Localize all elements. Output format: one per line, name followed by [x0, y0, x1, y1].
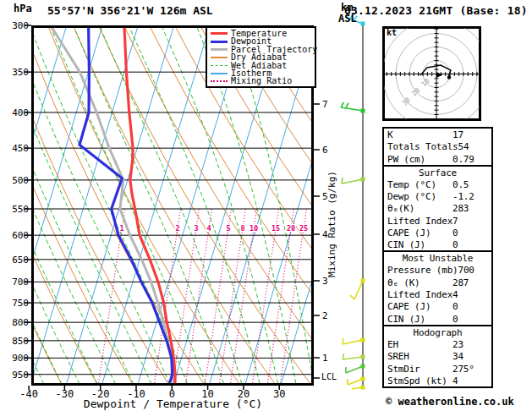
- stats-label: StmSpd (kt): [387, 375, 452, 387]
- legend-swatch-thick: [211, 32, 228, 35]
- wind-barb: [343, 353, 365, 359]
- pressure-tick-label: 950: [12, 370, 29, 381]
- stats-value: 34: [452, 351, 488, 363]
- wind-barb-shaft: [346, 366, 363, 373]
- pressure-tick-label: 750: [12, 298, 29, 309]
- stats-row: Temp (°C)0.5: [387, 179, 488, 191]
- legend-swatch-thick: [211, 41, 228, 43]
- pressure-tick-label: 550: [12, 204, 29, 215]
- km-tick-label: 1: [322, 353, 328, 364]
- wind-barb-feather: [350, 295, 354, 299]
- stats-value: 0: [452, 239, 488, 251]
- stats-label: Lifted Index: [387, 216, 452, 227]
- stats-row: EH23: [387, 339, 488, 351]
- mixing-ratio-line: [173, 208, 200, 386]
- stats-panel: K17Totals Totals54PW (cm)0.79SurfaceTemp…: [382, 129, 493, 388]
- stats-value: 275°: [452, 364, 488, 375]
- stats-value: 287: [452, 277, 488, 289]
- stats-label: PW (cm): [387, 154, 452, 166]
- stats-label: Dewp (°C): [387, 191, 452, 203]
- stats-row: θₑ (K)287: [387, 277, 488, 289]
- wind-barb: [342, 178, 365, 184]
- stats-row: StmSpd (kt)4: [387, 375, 488, 387]
- stats-row: Lifted Index7: [387, 216, 488, 227]
- stats-box-most-unstable: Most UnstablePressure (mb)700θₑ (K)287Li…: [382, 250, 493, 326]
- wind-barb: [352, 386, 365, 390]
- legend-swatch-dashed: [211, 65, 228, 66]
- mixing-ratio-label: 15: [271, 224, 280, 233]
- mixing-ratio-line: [252, 208, 279, 386]
- pressure-tick-label: 650: [12, 255, 29, 266]
- legend-swatch-dotted: [211, 80, 228, 82]
- station-title: 55°57'N 356°21'W 126m ASL: [47, 4, 213, 17]
- pressure-tick-label: 600: [12, 230, 29, 241]
- mixing-ratio-label: 20: [287, 224, 295, 233]
- wind-barb: [343, 338, 365, 345]
- mixing-ratio-axis-label: Mixing Ratio (g/kg): [326, 171, 337, 277]
- wind-barb-shaft: [348, 379, 363, 385]
- wind-barb-feather: [341, 102, 343, 107]
- wind-barb-shaft: [343, 357, 363, 359]
- stats-box-title: Hodograph: [387, 327, 488, 339]
- pressure-tick-label: 800: [12, 317, 29, 328]
- stats-value: 700: [458, 265, 494, 277]
- stats-row: CIN (J)0: [387, 314, 488, 326]
- stats-row: SREH34: [387, 351, 488, 363]
- pressure-tick-label: 350: [12, 67, 29, 78]
- stats-value: -1.2: [452, 191, 488, 203]
- stats-value: 7: [452, 216, 488, 227]
- pressure-tick-label: 450: [12, 143, 29, 154]
- hodograph-unit-label: kt: [387, 28, 397, 37]
- wind-barb-feather: [342, 178, 343, 184]
- wind-barb-shaft: [354, 281, 363, 299]
- stats-value: 4: [452, 289, 488, 301]
- stats-value: 0: [452, 227, 488, 239]
- stats-label: Totals Totals: [387, 141, 458, 153]
- stats-value: 283: [452, 203, 488, 215]
- wind-barb-feather: [346, 103, 348, 108]
- wind-barb-feather: [343, 353, 344, 359]
- stats-label: CIN (J): [387, 239, 452, 251]
- stats-row: Totals Totals54: [387, 141, 488, 153]
- legend-swatch-thin: [211, 73, 228, 74]
- wet-adiabat-line: [0, 25, 11, 390]
- mixing-ratio-label: 2: [175, 224, 179, 233]
- stats-row: Lifted Index4: [387, 289, 488, 301]
- stats-row: Pressure (mb)700: [387, 265, 488, 277]
- credit-text: © weatheronline.co.uk: [386, 396, 514, 408]
- mixing-ratio-label: 1: [119, 224, 123, 233]
- stats-box-title: Surface: [387, 167, 488, 179]
- stats-label: CIN (J): [387, 314, 452, 326]
- legend-swatch-thick: [211, 48, 228, 51]
- wet-adiabat-line: [74, 25, 226, 390]
- km-tick-label: 7: [322, 99, 328, 110]
- stats-box-hodograph: HodographEH23SREH34StmDir275°StmSpd (kt)…: [382, 325, 493, 388]
- stats-label: EH: [387, 339, 452, 351]
- stats-value: 23: [452, 339, 488, 351]
- wind-barb-shaft: [342, 179, 363, 184]
- mixing-ratio-line: [185, 208, 212, 386]
- km-tick-label: 2: [322, 310, 328, 321]
- stats-label: Lifted Index: [387, 289, 452, 301]
- km-tick-label: 6: [322, 145, 328, 156]
- mixing-ratio-label: 25: [299, 224, 308, 233]
- pressure-tick-label: 400: [12, 107, 29, 118]
- run-datetime: 03.12.2023 21GMT (Base: 18): [344, 4, 528, 17]
- mixing-ratio-label: 8: [240, 224, 244, 233]
- wind-barb-shaft: [343, 340, 363, 344]
- stats-value: 0: [452, 301, 488, 313]
- stats-value: 0.5: [452, 179, 488, 191]
- stats-value: 4: [452, 375, 488, 387]
- hodograph-dot: [447, 75, 451, 79]
- mixing-ratio-label: 4: [206, 224, 211, 233]
- pressure-tick-label: 300: [12, 20, 29, 31]
- skewt-sounding-app: 1234581015202530035040045050055060065070…: [0, 0, 532, 411]
- stats-box-indices: K17Totals Totals54PW (cm)0.79: [382, 127, 493, 167]
- wind-barb: [341, 102, 365, 113]
- mixing-ratio-line: [219, 208, 246, 386]
- stats-value: 54: [458, 141, 494, 153]
- mixing-ratio-line: [280, 208, 307, 386]
- isotherm-line: [101, 25, 210, 386]
- legend-row: Mixing Ratio: [207, 77, 315, 85]
- stats-label: K: [387, 129, 452, 141]
